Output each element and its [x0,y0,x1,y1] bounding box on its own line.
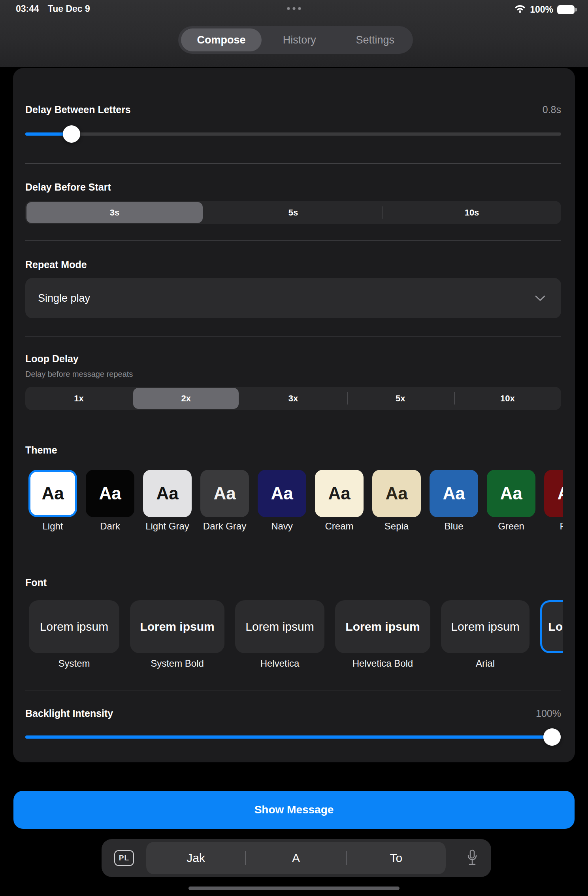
theme-label: Theme [25,444,57,456]
show-message-button[interactable]: Show Message [13,791,575,829]
delay-between-letters-label: Delay Between Letters [25,104,131,115]
theme-swatch[interactable]: Aa [487,470,535,517]
chevron-down-icon [535,295,545,303]
option-1x[interactable]: 1x [25,387,132,410]
slider-track[interactable] [25,132,561,136]
status-bar-right: 100% [514,4,575,15]
theme-option-label: Light Gray [145,521,189,532]
theme-option-sepia[interactable]: Aa Sepia [372,470,421,537]
repeat-mode-dropdown[interactable]: Single play [25,278,561,318]
font-preview-button[interactable]: Lorem ipsum [235,600,324,653]
option-10s[interactable]: 10s [383,201,561,224]
font-option-system[interactable]: Lorem ipsum System [29,600,119,673]
tab-settings[interactable]: Settings [337,34,413,46]
top-header: 03:44 Tue Dec 9 100% Compose History Set… [0,0,588,67]
font-label: Font [25,577,47,588]
theme-option-label: Red [560,521,563,532]
multitask-dots-icon [287,7,301,10]
suggestion-3[interactable]: To [347,851,446,865]
font-option-helvetica-bold[interactable]: Lorem ipsum Helvetica Bold [335,600,430,673]
font-option-selected-clipped[interactable]: Lorem ipsum [540,600,563,673]
status-bar-left: 03:44 Tue Dec 9 [16,4,90,14]
divider [25,163,561,164]
theme-swatch[interactable]: Aa [372,470,421,517]
delay-before-start-label: Delay Before Start [25,181,111,193]
theme-option-label: Light [42,521,63,532]
backlight-intensity-label: Backlight Intensity [25,707,113,719]
repeat-mode-value: Single play [38,292,90,304]
option-3x[interactable]: 3x [239,387,347,410]
battery-icon [557,5,575,14]
font-option-system-bold[interactable]: Lorem ipsum System Bold [130,600,224,673]
tab-compose[interactable]: Compose [181,28,262,51]
theme-option-label: Blue [444,521,463,532]
loop-delay-segmented: 1x 2x 3x 5x 10x [25,387,561,410]
top-tab-bar: Compose History Settings [178,26,413,54]
loop-delay-label: Loop Delay [25,353,79,365]
slider-fill [25,735,552,739]
option-10x[interactable]: 10x [454,387,561,410]
delay-between-letters-slider[interactable] [25,125,561,143]
slider-handle[interactable] [543,728,561,746]
theme-swatch[interactable]: Aa [258,470,306,517]
tab-history[interactable]: History [262,34,337,46]
theme-option-cream[interactable]: Aa Cream [315,470,364,537]
theme-swatch[interactable]: Aa [315,470,364,517]
keyboard-suggestion-bar: PL Jak A To [102,839,491,877]
font-option-arial[interactable]: Lorem ipsum Arial [441,600,530,673]
app-screen: 03:44 Tue Dec 9 100% Compose History Set… [0,0,588,896]
backlight-intensity-value: 100% [536,707,561,719]
theme-swatch[interactable]: Aa [143,470,192,517]
theme-swatch[interactable]: Aa [28,470,77,517]
home-indicator[interactable] [188,887,400,890]
font-preview-button[interactable]: Lorem ipsum [441,600,530,653]
theme-option-label: Cream [325,521,353,532]
delay-between-letters-value: 0.8s [543,104,561,115]
divider [25,426,561,426]
delay-before-start-segmented: 3s 5s 10s [25,201,561,224]
font-option-helvetica[interactable]: Lorem ipsum Helvetica [235,600,324,673]
font-preview-button[interactable]: Lorem ipsum [540,600,563,653]
theme-swatch[interactable]: Aa [200,470,249,517]
wifi-icon [514,4,526,15]
settings-panel: Delay Between Letters 0.8s Delay Before … [13,68,575,762]
font-option-label: Arial [476,658,495,669]
slider-handle[interactable] [63,125,80,143]
theme-option-label: Dark [100,521,120,532]
font-preview-button[interactable]: Lorem ipsum [335,600,430,653]
divider [25,240,561,241]
theme-swatch[interactable]: Aa [544,470,563,517]
theme-option-light[interactable]: Aa Light [28,470,77,537]
theme-option-green[interactable]: Aa Green [487,470,535,537]
divider [25,690,561,690]
option-5s[interactable]: 5s [204,201,383,224]
suggestion-2[interactable]: A [246,851,345,865]
theme-option-dark-gray[interactable]: Aa Dark Gray [200,470,249,537]
option-5x[interactable]: 5x [347,387,454,410]
font-preview-button[interactable]: Lorem ipsum [130,600,224,653]
option-3s[interactable]: 3s [25,201,204,224]
keyboard-language-key[interactable]: PL [114,850,134,866]
backlight-intensity-slider[interactable] [25,728,561,746]
theme-option-label: Sepia [384,521,409,532]
divider [25,86,561,86]
theme-row: Aa Light Aa Dark Aa Light Gray Aa Dark G… [25,470,563,537]
font-option-label: Helvetica [260,658,300,669]
theme-swatch[interactable]: Aa [430,470,478,517]
dictation-mic-icon[interactable] [467,849,478,868]
theme-option-navy[interactable]: Aa Navy [258,470,306,537]
option-2x[interactable]: 2x [132,387,239,410]
divider [25,557,561,557]
font-option-label: System Bold [151,658,204,669]
theme-option-light-gray[interactable]: Aa Light Gray [143,470,192,537]
font-preview-button[interactable]: Lorem ipsum [29,600,119,653]
theme-option-label: Navy [271,521,293,532]
theme-swatch[interactable]: Aa [86,470,134,517]
theme-option-dark[interactable]: Aa Dark [86,470,134,537]
theme-option-red[interactable]: Aa Red [544,470,563,537]
suggestion-1[interactable]: Jak [146,851,245,865]
theme-option-blue[interactable]: Aa Blue [430,470,478,537]
repeat-mode-label: Repeat Mode [25,259,87,270]
suggestions-panel: Jak A To [146,842,446,874]
battery-percent: 100% [530,4,553,15]
